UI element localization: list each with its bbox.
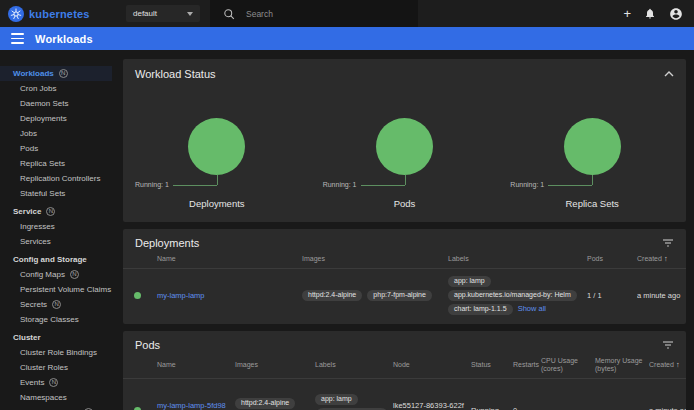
workload-status-charts: Running: 1 Deployments Running: 1 Pods <box>123 118 686 222</box>
collapse-chevron-up-icon[interactable] <box>664 71 674 77</box>
sidebar-item-daemon-sets[interactable]: Daemon Sets <box>0 96 112 111</box>
col-header-cpu: CPU Usage (cores) <box>541 357 595 373</box>
chart-legend: Running: 1 <box>311 175 499 196</box>
col-header-status: Status <box>471 361 513 369</box>
topbar-actions: + <box>623 7 683 21</box>
pie-chart-pods <box>376 118 433 175</box>
menu-icon[interactable] <box>11 33 24 43</box>
sidebar-item-label: Services <box>20 237 51 246</box>
search-icon <box>223 8 235 20</box>
sidebar-item-label: Replica Sets <box>20 159 65 168</box>
sidebar-item-network-policies[interactable]: Network Policies N <box>0 405 112 410</box>
leader-line <box>361 185 405 186</box>
sidebar-item-label: Events <box>20 378 44 387</box>
pod-created-cell: a minute ago <box>649 406 686 410</box>
col-header-images: Images <box>302 255 448 263</box>
chart-title: Deployments <box>123 198 311 209</box>
pod-restarts-cell: 0 <box>513 406 541 410</box>
main-content: Workload Status Running: 1 Deployments <box>112 50 694 410</box>
sort-arrow-icon: ↑ <box>664 255 668 263</box>
chart-legend: Running: 1 <box>498 175 686 196</box>
sidebar-item-workloads[interactable]: Workloads N <box>0 66 112 81</box>
pod-node-cell: lke55127-86393-622f8d09399a <box>393 401 471 410</box>
sidebar-item-replication-controllers[interactable]: Replication Controllers <box>0 171 112 186</box>
page-header-bar: Workloads <box>0 27 694 50</box>
sidebar-item-replica-sets[interactable]: Replica Sets <box>0 156 112 171</box>
sidebar-item-service[interactable]: Service N <box>0 204 112 219</box>
sidebar-item-services[interactable]: Services <box>0 234 112 249</box>
col-header-created[interactable]: Created ↑ <box>649 361 686 369</box>
sidebar-item-label: Cluster Role Bindings <box>20 348 97 357</box>
col-header-created[interactable]: Created ↑ <box>637 255 686 263</box>
leader-line <box>173 185 217 186</box>
sidebar-item-config-maps[interactable]: Config Maps N <box>0 267 112 282</box>
deployments-card-title: Deployments <box>135 237 199 249</box>
sidebar-item-label: Config Maps <box>20 270 65 279</box>
leader-line <box>592 175 593 185</box>
label-chip: chart: lamp-1.1.5 <box>448 304 513 315</box>
pod-images-cell: httpd:2.4-alpine php:7-fpm-alpine <box>235 396 315 410</box>
sidebar-item-jobs[interactable]: Jobs <box>0 126 112 141</box>
namespaced-badge: N <box>52 300 61 309</box>
sidebar-item-events[interactable]: Events N <box>0 375 112 390</box>
sidebar-item-storage-classes[interactable]: Storage Classes <box>0 312 112 327</box>
sidebar-item-cron-jobs[interactable]: Cron Jobs <box>0 81 112 96</box>
sidebar-item-stateful-sets[interactable]: Stateful Sets <box>0 186 112 201</box>
chart-legend: Running: 1 <box>123 175 311 196</box>
sidebar-item-cluster-roles[interactable]: Cluster Roles <box>0 360 112 375</box>
workload-chart-replica-sets: Running: 1 Replica Sets <box>498 118 686 209</box>
chart-title: Pods <box>311 198 499 209</box>
search-input[interactable] <box>246 9 396 19</box>
sidebar-item-ingresses[interactable]: Ingresses <box>0 219 112 234</box>
col-header-node: Node <box>393 361 471 369</box>
workload-chart-pods: Running: 1 Pods <box>311 118 499 209</box>
sidebar-item-label: Storage Classes <box>20 315 79 324</box>
deployment-table-row: my-lamp-lamp httpd:2.4-alpine php:7-fpm-… <box>123 269 686 324</box>
label-chip: app.kubernetes.io/managed-by: Helm <box>448 290 577 301</box>
sidebar-item-pods[interactable]: Pods <box>0 141 112 156</box>
pods-card-title: Pods <box>135 339 160 351</box>
kubernetes-brand[interactable]: kubernetes <box>8 6 110 22</box>
label-chip: app: lamp <box>315 394 358 405</box>
pod-memory-cell: - <box>595 406 649 410</box>
sidebar-nav: Workloads N Cron Jobs Daemon Sets Deploy… <box>0 50 112 410</box>
pod-table-row: my-lamp-lamp-5fd985cf68-jwvz4 httpd:2.4-… <box>123 379 686 410</box>
sidebar-item-cluster-role-bindings[interactable]: Cluster Role Bindings <box>0 345 112 360</box>
filter-icon[interactable] <box>662 340 674 350</box>
namespace-selector[interactable]: default <box>126 5 200 22</box>
col-header-restarts: Restarts <box>513 361 541 369</box>
image-chip: php:7-fpm-alpine <box>367 290 432 301</box>
deployment-labels-cell: app: lamp app.kubernetes.io/managed-by: … <box>448 274 587 316</box>
sidebar-item-deployments[interactable]: Deployments <box>0 111 112 126</box>
sidebar-item-label: Workloads <box>13 69 54 78</box>
user-account-icon[interactable] <box>669 7 683 21</box>
leader-line <box>548 185 592 186</box>
col-header-name[interactable]: Name <box>157 361 235 369</box>
sidebar-item-persistent-volume-claims[interactable]: Persistent Volume Claims N <box>0 282 112 297</box>
sidebar-item-secrets[interactable]: Secrets N <box>0 297 112 312</box>
add-resource-icon[interactable]: + <box>623 7 631 20</box>
filter-icon[interactable] <box>662 238 674 248</box>
search-box[interactable] <box>210 0 418 27</box>
sidebar-item-label: Cron Jobs <box>20 84 56 93</box>
sidebar-item-namespaces[interactable]: Namespaces <box>0 390 112 405</box>
pie-chart-deployments <box>188 118 245 175</box>
sidebar-item-label: Deployments <box>20 114 67 123</box>
pod-name-link[interactable]: my-lamp-lamp-5fd985cf68-jwvz4 <box>157 401 226 410</box>
deployment-name-link[interactable]: my-lamp-lamp <box>157 291 205 300</box>
page-title: Workloads <box>35 33 93 45</box>
deployment-created-cell: a minute ago <box>637 291 686 300</box>
show-all-labels-link[interactable]: Show all <box>518 304 546 313</box>
col-header-name[interactable]: Name <box>157 255 302 263</box>
namespaced-badge: N <box>49 378 58 387</box>
col-header-pods: Pods <box>587 255 637 263</box>
legend-running-label: Running: 1 <box>135 181 169 188</box>
notifications-bell-icon[interactable] <box>644 7 656 20</box>
deployment-pods-cell: 1 / 1 <box>587 291 637 300</box>
col-header-labels: Labels <box>315 361 393 369</box>
kubernetes-logo-icon <box>8 6 24 22</box>
pod-cpu-cell: - <box>541 406 595 410</box>
namespace-selected-value: default <box>133 9 157 18</box>
leader-line <box>217 175 218 185</box>
sidebar-section-label: Cluster <box>13 333 41 342</box>
